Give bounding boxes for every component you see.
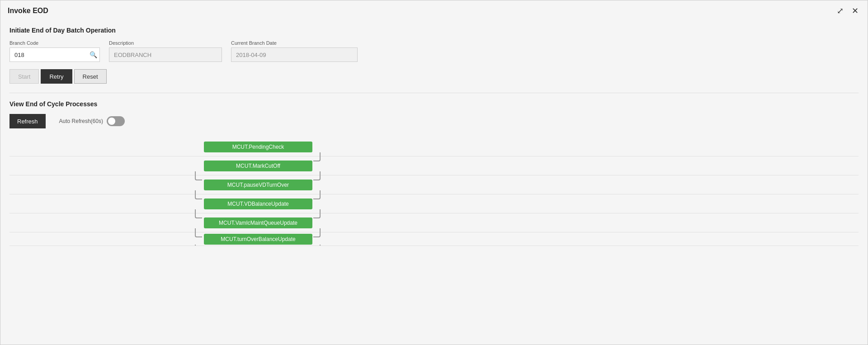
start-button-label: Start [18,73,30,80]
description-label: Description [109,40,222,46]
close-icon: ✕ [852,6,859,15]
toggle-slider [107,116,125,126]
reset-button-label: Reset [83,73,98,80]
search-icon: 🔍 [90,51,97,58]
process-row: MCUT.VamIcMaintQueueUpdate [9,213,859,232]
process-badge-5: MCUT.VamIcMaintQueueUpdate [204,217,312,228]
process-badge-3: MCUT.pauseVDTurnOver [204,180,312,190]
process-row: MCUT.VDBalanceUpdate [9,194,859,213]
process-row: MCUT.PendingCheck [9,137,859,156]
modal-body: Initiate End of Day Batch Operation Bran… [0,19,868,345]
view-section: View End of Cycle Processes Refresh Auto… [9,100,859,273]
action-button-row: Start Retry Reset [9,69,859,84]
process-connector-1: MCUT.PendingCheck [204,142,321,152]
branch-code-input-wrapper: 🔍 [9,47,100,62]
auto-refresh-toggle[interactable] [107,116,125,126]
section-divider [9,93,859,93]
branch-date-group: Current Branch Date [231,40,358,62]
retry-button-label: Retry [49,73,63,80]
modal-header: Invoke EOD ⤢ ✕ [0,0,868,19]
process-row: MCUT.pauseVDTurnOver [9,175,859,194]
process-badge-4: MCUT.VDBalanceUpdate [204,198,312,209]
expand-icon: ⤢ [837,6,844,15]
branch-code-input[interactable] [9,47,100,62]
branch-date-label: Current Branch Date [231,40,358,46]
start-button[interactable]: Start [9,69,39,84]
process-badge-6: MCUT.turnOverBalanceUpdate [204,234,312,245]
auto-refresh-control: Auto Refresh(60s) [59,116,125,126]
branch-date-input[interactable] [231,47,358,62]
process-row: MCUT.MarkCutOff [9,156,859,175]
process-area: MCUT.PendingCheck MCUT.MarkCutOff [9,137,859,273]
reset-button[interactable]: Reset [74,69,107,84]
process-connector-3: MCUT.pauseVDTurnOver [195,180,321,190]
process-badge-1: MCUT.PendingCheck [204,142,312,152]
header-icons: ⤢ ✕ [835,6,860,16]
process-connector-6: MCUT.turnOverBalanceUpdate [195,234,321,245]
view-controls: Refresh Auto Refresh(60s) [9,114,859,128]
refresh-button-label: Refresh [17,118,38,125]
view-section-title: View End of Cycle Processes [9,100,859,108]
process-connector-4: MCUT.VDBalanceUpdate [195,198,321,209]
initiate-section: Initiate End of Day Batch Operation Bran… [9,27,859,84]
process-badge-2: MCUT.MarkCutOff [204,161,312,171]
branch-code-group: Branch Code 🔍 [9,40,100,62]
branch-code-label: Branch Code [9,40,100,46]
expand-button[interactable]: ⤢ [835,6,845,16]
description-input[interactable] [109,47,222,62]
initiate-section-title: Initiate End of Day Batch Operation [9,27,859,34]
description-group: Description [109,40,222,62]
process-row: MCUT.turnOverBalanceUpdate [9,232,859,246]
process-connector-2: MCUT.MarkCutOff [195,161,321,171]
close-button[interactable]: ✕ [850,6,860,16]
right-connector-6 [313,245,321,246]
retry-button[interactable]: Retry [41,69,72,84]
process-connector-5: MCUT.VamIcMaintQueueUpdate [195,217,321,228]
refresh-button[interactable]: Refresh [9,114,46,128]
form-row-inputs: Branch Code 🔍 Description Current Bra [9,40,859,62]
invoke-eod-modal: Invoke EOD ⤢ ✕ Initiate End of Day Batch… [0,0,868,345]
branch-code-search-button[interactable]: 🔍 [89,50,98,59]
auto-refresh-label: Auto Refresh(60s) [59,118,103,124]
modal-title: Invoke EOD [8,7,48,15]
left-connector-6 [195,245,202,246]
